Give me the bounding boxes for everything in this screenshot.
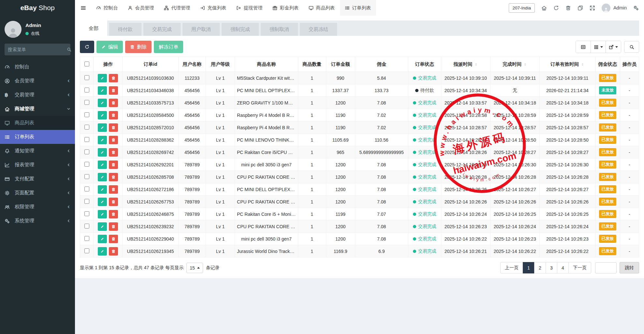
region-select-button[interactable]: 207-India xyxy=(509,3,535,13)
row-edit-button[interactable] xyxy=(98,111,107,119)
refresh-icon[interactable] xyxy=(553,5,559,11)
sidebar-item-支付配置[interactable]: 支付配置 xyxy=(0,172,75,186)
sidebar-item-页面配置[interactable]: 页面配置 xyxy=(0,186,75,200)
sidebar-item-系统管理[interactable]: 系统管理 xyxy=(0,214,75,228)
sort-icon[interactable] xyxy=(523,62,527,67)
row-checkbox[interactable] xyxy=(84,199,89,204)
columns-button[interactable] xyxy=(591,41,606,53)
row-edit-button[interactable] xyxy=(98,74,107,82)
row-edit-button[interactable] xyxy=(98,99,107,107)
column-header-指派时间[interactable]: 指派时间 xyxy=(441,57,490,72)
row-edit-button[interactable] xyxy=(98,123,107,132)
pagination-page-3[interactable]: 3 xyxy=(546,262,557,273)
column-header-完成时间[interactable]: 完成时间 xyxy=(490,57,539,72)
sidebar-item-会员管理[interactable]: 会员管理 xyxy=(0,74,75,88)
delete-button[interactable]: 删除 xyxy=(125,41,152,53)
tab-交易完成[interactable]: 交易完成 xyxy=(143,23,181,36)
row-checkbox[interactable] xyxy=(84,149,89,154)
nav-item-控制台[interactable]: 控制台 xyxy=(91,0,123,16)
nav-item-提现管理[interactable]: 提现管理 xyxy=(231,0,268,16)
row-edit-button[interactable] xyxy=(98,235,107,243)
home-icon[interactable] xyxy=(541,5,547,11)
sidebar-search-input[interactable] xyxy=(8,47,67,52)
row-delete-button[interactable] xyxy=(109,86,118,95)
row-checkbox[interactable] xyxy=(84,88,89,92)
nav-item-订单列表[interactable]: 订单列表 xyxy=(340,0,376,16)
pagination-page-4[interactable]: 4 xyxy=(557,262,569,273)
pagination-page-2[interactable]: 2 xyxy=(534,262,546,273)
unfreeze-order-button[interactable]: 解冻订单 xyxy=(154,41,183,53)
row-checkbox[interactable] xyxy=(84,224,89,229)
nav-item-彩金列表[interactable]: 彩金列表 xyxy=(268,0,304,16)
row-delete-button[interactable] xyxy=(109,123,118,132)
copy-icon[interactable] xyxy=(578,5,583,11)
row-checkbox[interactable] xyxy=(84,187,89,191)
row-edit-button[interactable] xyxy=(98,198,107,206)
pagination-next[interactable]: 下一页 xyxy=(568,262,591,273)
row-delete-button[interactable] xyxy=(109,160,118,169)
row-checkbox[interactable] xyxy=(84,100,89,105)
row-delete-button[interactable] xyxy=(109,235,118,243)
search-toggle-button[interactable] xyxy=(624,41,639,53)
row-delete-button[interactable] xyxy=(109,74,118,82)
search-icon[interactable] xyxy=(67,47,71,52)
row-checkbox[interactable] xyxy=(84,236,89,241)
tab-全部[interactable]: 全部 xyxy=(80,21,107,36)
row-checkbox[interactable] xyxy=(84,125,89,130)
row-edit-button[interactable] xyxy=(98,185,107,194)
nav-item-代理管理[interactable]: 代理管理 xyxy=(159,0,195,16)
sidebar-item-权限管理[interactable]: 权限管理 xyxy=(0,200,75,214)
row-checkbox[interactable] xyxy=(84,248,89,253)
row-delete-button[interactable] xyxy=(109,136,118,144)
pagination-page-1[interactable]: 1 xyxy=(523,262,534,273)
sidebar-subitem-订单列表[interactable]: 订单列表 xyxy=(0,130,75,144)
tab-强制完成[interactable]: 强制完成 xyxy=(222,23,259,36)
user-menu[interactable]: Admin xyxy=(602,4,627,12)
tab-强制取消[interactable]: 强制取消 xyxy=(261,23,298,36)
row-checkbox[interactable] xyxy=(84,162,89,167)
page-jump-input[interactable] xyxy=(595,262,617,273)
select-all-header[interactable] xyxy=(80,57,94,72)
pagination-prev[interactable]: 上一页 xyxy=(500,262,523,273)
detail-view-button[interactable] xyxy=(576,41,591,53)
tab-交易冻结[interactable]: 交易冻结 xyxy=(300,23,337,36)
tab-用户取消[interactable]: 用户取消 xyxy=(183,23,220,36)
row-delete-button[interactable] xyxy=(109,148,118,157)
row-edit-button[interactable] xyxy=(98,148,107,157)
nav-item-充值列表[interactable]: 充值列表 xyxy=(195,0,231,16)
nav-item-会员管理[interactable]: 会员管理 xyxy=(123,0,159,16)
tab-待付款[interactable]: 待付款 xyxy=(109,23,141,36)
row-delete-button[interactable] xyxy=(109,99,118,107)
row-edit-button[interactable] xyxy=(98,210,107,218)
row-checkbox[interactable] xyxy=(84,112,89,117)
fullscreen-icon[interactable] xyxy=(590,5,595,11)
row-checkbox[interactable] xyxy=(84,75,89,80)
row-delete-button[interactable] xyxy=(109,198,118,206)
row-edit-button[interactable] xyxy=(98,247,107,256)
row-edit-button[interactable] xyxy=(98,222,107,231)
brand-logo[interactable]: eBay Shop xyxy=(0,0,75,16)
edit-button[interactable]: 编辑 xyxy=(96,41,123,53)
nav-item-商品列表[interactable]: 商品列表 xyxy=(304,0,340,16)
select-all-checkbox[interactable] xyxy=(84,62,89,66)
refresh-button[interactable] xyxy=(80,41,94,53)
sidebar-item-控制台[interactable]: 控制台 xyxy=(0,60,75,74)
page-jump-button[interactable]: 跳转 xyxy=(620,262,639,273)
row-delete-button[interactable] xyxy=(109,111,118,119)
row-checkbox[interactable] xyxy=(84,174,89,179)
sidebar-item-报表管理[interactable]: 报表管理 xyxy=(0,158,75,172)
sort-icon[interactable] xyxy=(474,62,478,67)
sidebar-item-通知管理[interactable]: 通知管理 xyxy=(0,144,75,158)
row-delete-button[interactable] xyxy=(109,247,118,256)
sort-icon[interactable] xyxy=(581,62,584,67)
row-edit-button[interactable] xyxy=(98,173,107,181)
row-delete-button[interactable] xyxy=(109,173,118,181)
row-edit-button[interactable] xyxy=(98,136,107,144)
row-delete-button[interactable] xyxy=(109,222,118,231)
row-delete-button[interactable] xyxy=(109,210,118,218)
hamburger-menu-icon[interactable] xyxy=(75,0,91,16)
row-edit-button[interactable] xyxy=(98,160,107,169)
sidebar-item-交易管理[interactable]: ฿交易管理 xyxy=(0,88,75,102)
row-checkbox[interactable] xyxy=(84,137,89,142)
trash-icon[interactable] xyxy=(565,5,571,11)
